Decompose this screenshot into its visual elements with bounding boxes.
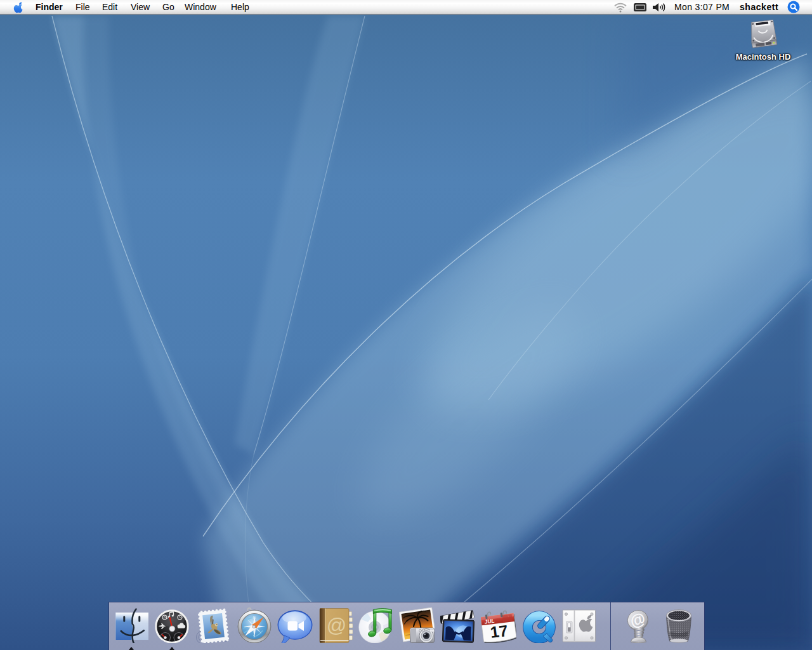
svg-text:17: 17 [489,621,509,641]
svg-text:S: S [253,634,256,638]
svg-text:@: @ [327,614,346,637]
svg-text:N: N [253,616,256,620]
